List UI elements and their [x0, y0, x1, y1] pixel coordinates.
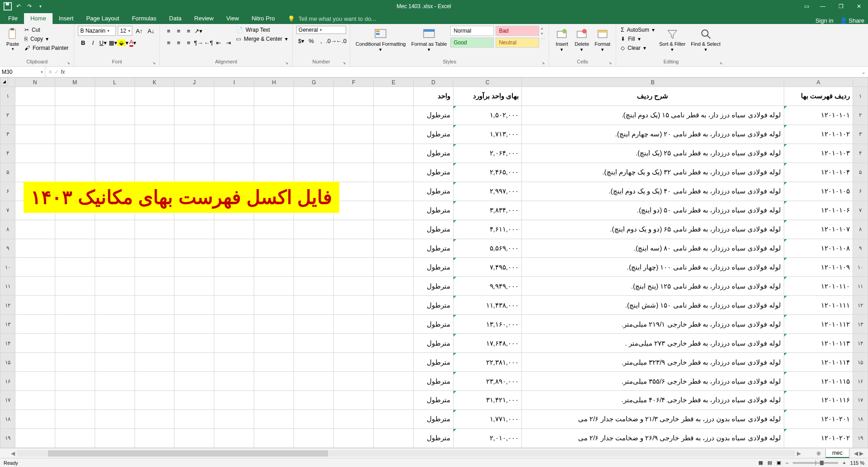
find-select-button[interactable]: Find & Select▾	[689, 26, 722, 53]
align-bottom-icon[interactable]: ≡	[183, 26, 193, 36]
svg-rect-8	[424, 29, 434, 32]
font-color-button[interactable]: A▾	[128, 38, 138, 48]
number-format-combo[interactable]: General	[296, 26, 346, 34]
font-size-combo[interactable]: 12	[118, 26, 132, 36]
cut-button[interactable]: ✂ Cut	[24, 26, 70, 34]
qat-chevron-icon[interactable]: ▾	[35, 1, 45, 11]
formula-bar: M30 ✕ ✓ fx ⌄	[0, 67, 868, 77]
group-styles: Conditional Formatting▾ Format as Table▾…	[350, 24, 549, 66]
format-painter-button[interactable]: 🖌 Format Painter	[24, 44, 70, 52]
percent-icon[interactable]: %	[306, 36, 316, 46]
tab-home[interactable]: Home	[24, 13, 53, 24]
style-bad[interactable]: Bad	[496, 26, 539, 36]
svg-rect-1	[6, 3, 9, 5]
format-as-table-button[interactable]: Format as Table▾	[410, 26, 449, 53]
svg-line-16	[707, 35, 710, 39]
redo-icon[interactable]: ↷	[24, 1, 34, 11]
align-left-icon[interactable]: ≡	[164, 38, 174, 48]
grow-font-icon[interactable]: A↑	[134, 26, 144, 36]
signin-link[interactable]: Sign in	[815, 17, 834, 24]
ribbon-tabs: File Home Insert Page Layout Formulas Da…	[0, 13, 868, 24]
borders-button[interactable]: ▦▾	[108, 38, 118, 48]
svg-rect-3	[10, 28, 14, 30]
clear-button[interactable]: ◇ Clear ▾	[620, 44, 656, 52]
orientation-icon[interactable]: ↗▾	[193, 26, 203, 36]
style-good[interactable]: Good	[450, 38, 494, 48]
undo-icon[interactable]: ↶	[14, 1, 24, 11]
sort-filter-button[interactable]: Sort & Filter▾	[657, 26, 687, 53]
font-name-combo[interactable]: B Nazanin	[78, 26, 116, 36]
ribbon-display-icon[interactable]: ▭	[800, 3, 814, 10]
close-button[interactable]: ✕	[850, 0, 868, 13]
currency-icon[interactable]: $▾	[296, 36, 306, 46]
rtl-icon[interactable]: ←¶	[203, 38, 213, 48]
group-alignment: ≡ ≡ ≡ ↗▾ ≡ ≡ ≡ ¶→ ←¶ ⇤ ⇥ 📄 Wrap Text ▭ M…	[160, 24, 293, 66]
restore-button[interactable]: ❐	[832, 0, 850, 13]
insert-cells-button[interactable]: Insert▾	[553, 26, 571, 53]
group-clipboard: Paste▾ ✂ Cut ⎘ Copy ▾ 🖌 Format Painter C…	[0, 24, 74, 66]
dec-decimal-icon[interactable]: ←.0	[336, 36, 346, 46]
svg-rect-6	[376, 33, 380, 35]
group-number: General $▾ % , .0→ ←.0 Number	[293, 24, 350, 66]
name-box[interactable]: M30	[0, 67, 45, 77]
ribbon: Paste▾ ✂ Cut ⎘ Copy ▾ 🖌 Format Painter C…	[0, 24, 868, 67]
inc-indent-icon[interactable]: ⇥	[223, 38, 233, 48]
tab-file[interactable]: File	[2, 13, 24, 24]
merge-center-button[interactable]: ▭ Merge & Center ▾	[235, 35, 289, 43]
paste-button[interactable]: Paste▾	[4, 26, 22, 52]
delete-cells-button[interactable]: Delete▾	[573, 26, 591, 53]
align-top-icon[interactable]: ≡	[164, 26, 174, 36]
title-bar: ↶ ↷ ▾ Mec 1403 .xlsx - Excel ▭ — ❐ ✕	[0, 0, 868, 13]
underline-button[interactable]: U▾	[98, 38, 108, 48]
dec-indent-icon[interactable]: ⇤	[213, 38, 223, 48]
align-center-icon[interactable]: ≡	[174, 38, 183, 48]
autosum-button[interactable]: Σ AutoSum ▾	[620, 26, 656, 34]
style-neutral[interactable]: Neutral	[496, 38, 539, 48]
inc-decimal-icon[interactable]: .0→	[326, 36, 336, 46]
enter-fx-icon[interactable]: ✓	[54, 69, 59, 75]
minimize-button[interactable]: —	[814, 0, 832, 13]
formula-input[interactable]	[68, 67, 859, 77]
comma-icon[interactable]: ,	[316, 36, 326, 46]
styles-down-icon[interactable]: ▾	[541, 31, 545, 36]
tell-me-search[interactable]: 💡 Tell me what you want to do...	[281, 14, 815, 24]
wrap-text-button[interactable]: 📄 Wrap Text	[235, 26, 289, 34]
svg-rect-14	[598, 30, 607, 33]
copy-button[interactable]: ⎘ Copy ▾	[24, 35, 70, 43]
style-normal[interactable]: Normal	[450, 26, 494, 36]
shrink-font-icon[interactable]: A↓	[146, 26, 156, 36]
bold-button[interactable]: B	[78, 38, 88, 48]
align-right-icon[interactable]: ≡	[183, 38, 193, 48]
save-icon[interactable]	[3, 1, 13, 11]
styles-more-icon[interactable]: ⋯	[541, 37, 545, 41]
align-middle-icon[interactable]: ≡	[174, 26, 183, 36]
share-button[interactable]: 👤 Share	[840, 17, 864, 24]
group-font: B Nazanin 12 A↑ A↓ B I U▾ ▦▾ ⬙▾ A▾ Font	[74, 24, 160, 66]
italic-button[interactable]: I	[88, 38, 98, 48]
fill-button[interactable]: ⬇ Fill ▾	[620, 35, 656, 43]
group-editing: Σ AutoSum ▾ ⬇ Fill ▾ ◇ Clear ▾ Sort & Fi…	[616, 24, 726, 66]
ltr-icon[interactable]: ¶→	[193, 38, 203, 48]
svg-point-15	[702, 30, 708, 36]
tab-view[interactable]: View	[220, 13, 245, 24]
conditional-formatting-button[interactable]: Conditional Formatting▾	[354, 26, 408, 53]
cancel-fx-icon[interactable]: ✕	[48, 69, 53, 75]
tab-nitro[interactable]: Nitro Pro	[245, 13, 281, 24]
format-cells-button[interactable]: Format▾	[593, 26, 612, 53]
tab-formulas[interactable]: Formulas	[125, 13, 163, 24]
fx-icon[interactable]: fx	[61, 69, 65, 75]
svg-rect-5	[376, 30, 380, 32]
svg-rect-2	[9, 29, 15, 39]
tab-insert[interactable]: Insert	[53, 13, 80, 24]
tab-page-layout[interactable]: Page Layout	[80, 13, 125, 24]
window-title: Mec 1403 .xlsx - Excel	[48, 3, 800, 10]
styles-up-icon[interactable]: ▴	[541, 26, 545, 30]
tab-review[interactable]: Review	[188, 13, 220, 24]
expand-fx-icon[interactable]: ⌄	[859, 67, 868, 77]
group-cells: Insert▾ Delete▾ Format▾ Cells	[549, 24, 616, 66]
fill-color-button[interactable]: ⬙▾	[118, 38, 128, 48]
tab-data[interactable]: Data	[163, 13, 188, 24]
svg-point-10	[562, 29, 567, 34]
svg-point-12	[582, 29, 587, 34]
